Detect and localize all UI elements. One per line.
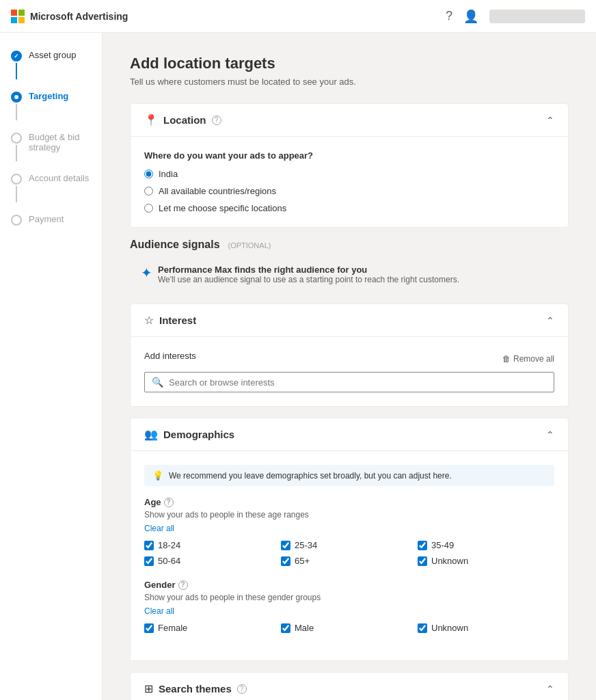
step-line-budget-bid: [16, 145, 17, 161]
svg-rect-3: [18, 17, 25, 23]
gender-checkbox-unknown[interactable]: [418, 623, 427, 633]
location-question: Where do you want your ads to appear?: [144, 150, 554, 161]
age-label-35-49: 35-49: [431, 540, 454, 550]
location-radio-all-countries[interactable]: [144, 187, 153, 196]
brand-name: Microsoft Advertising: [30, 11, 128, 22]
location-card: 📍 Location ? ⌃ Where do you want your ad…: [130, 103, 569, 228]
age-checkbox-unknown[interactable]: [418, 556, 427, 566]
age-info-icon[interactable]: ?: [164, 498, 174, 507]
location-option-india[interactable]: India: [144, 169, 554, 179]
step-circle-payment: [11, 215, 22, 226]
sidebar-label-asset-group: Asset group: [29, 49, 76, 60]
gender-label-male: Male: [295, 623, 314, 633]
location-option-specific[interactable]: Let me choose specific locations: [144, 203, 554, 213]
age-option-35-49[interactable]: 35-49: [418, 540, 554, 550]
user-account-label: [489, 10, 585, 23]
audience-signals-title: Audience signals: [130, 239, 220, 250]
remove-all-button[interactable]: 🗑 Remove all: [502, 354, 554, 364]
sidebar-label-account-details: Account details: [29, 172, 89, 183]
age-option-unknown[interactable]: Unknown: [418, 556, 554, 566]
location-option-all-countries[interactable]: All available countries/regions: [144, 186, 554, 196]
demographics-info-text: We recommend you leave demographics set …: [169, 471, 452, 481]
step-indicator-account-details: [11, 174, 22, 202]
location-card-body: Where do you want your ads to appear? In…: [131, 137, 568, 227]
age-option-65plus[interactable]: 65+: [281, 556, 418, 566]
svg-rect-2: [11, 17, 17, 23]
gender-checkbox-female[interactable]: [144, 623, 154, 633]
interests-search-input[interactable]: [169, 377, 547, 388]
demographics-card-header: 👥 Demographics ⌃: [131, 418, 568, 451]
interest-card: ☆ Interest ⌃ Add interests 🗑 Remove all …: [130, 304, 569, 407]
demographics-chevron-icon[interactable]: ⌃: [546, 429, 554, 440]
gender-clear-all[interactable]: Clear all: [144, 606, 554, 616]
add-interests-label: Add interests: [144, 351, 196, 361]
sidebar-item-account-details[interactable]: Account details: [0, 167, 102, 208]
gender-checkbox-male[interactable]: [281, 623, 290, 633]
people-icon: 👥: [144, 428, 158, 441]
age-checkbox-65plus[interactable]: [281, 556, 290, 566]
remove-all-label: Remove all: [513, 354, 554, 364]
ai-banner-text: Performance Max finds the right audience…: [158, 265, 459, 284]
user-icon[interactable]: 👤: [463, 9, 478, 24]
interest-card-title: Interest: [159, 314, 196, 326]
age-option-18-24[interactable]: 18-24: [144, 540, 281, 550]
gender-option-unknown[interactable]: Unknown: [418, 623, 554, 633]
age-label-50-64: 50-64: [158, 556, 180, 566]
step-indicator-targeting: [11, 92, 22, 120]
age-clear-all[interactable]: Clear all: [144, 524, 554, 533]
help-icon[interactable]: ?: [446, 9, 452, 23]
age-checkbox-35-49[interactable]: [418, 541, 427, 550]
step-indicator-budget-bid: [11, 133, 22, 161]
step-circle-budget-bid: [11, 133, 22, 144]
microsoft-logo-icon: [11, 10, 25, 23]
gender-checkbox-grid: Female Male Unknown: [144, 623, 554, 633]
step-line-asset-group: [16, 63, 17, 79]
sidebar-item-payment[interactable]: Payment: [0, 208, 102, 231]
interest-chevron-icon[interactable]: ⌃: [546, 315, 554, 326]
interests-search-icon: 🔍: [152, 377, 163, 388]
audience-signals-section: Audience signals (OPTIONAL) ✦ Performanc…: [130, 239, 569, 293]
age-checkbox-18-24[interactable]: [144, 541, 154, 550]
trash-icon: 🗑: [502, 354, 511, 364]
location-chevron-icon[interactable]: ⌃: [546, 115, 554, 126]
age-checkbox-50-64[interactable]: [144, 556, 154, 566]
gender-option-male[interactable]: Male: [281, 623, 418, 633]
location-info-icon[interactable]: ?: [212, 116, 221, 125]
sidebar-item-budget-bid[interactable]: Budget & bid strategy: [0, 126, 102, 167]
sidebar-item-asset-group[interactable]: Asset group: [0, 44, 102, 85]
age-checkbox-25-34[interactable]: [281, 541, 290, 550]
interest-search-row: Add interests 🗑 Remove all: [144, 351, 554, 366]
gender-label-unknown: Unknown: [431, 623, 468, 633]
age-label: Age: [144, 497, 161, 507]
demographics-card-title: Demographics: [163, 429, 234, 440]
search-themes-chevron-icon[interactable]: ⌃: [546, 684, 554, 695]
gender-option-female[interactable]: Female: [144, 623, 281, 633]
age-option-25-34[interactable]: 25-34: [281, 540, 418, 550]
age-label-18-24: 18-24: [158, 540, 180, 550]
gender-label: Gender: [144, 580, 176, 590]
audience-optional-label: (OPTIONAL): [228, 241, 271, 250]
location-radio-specific[interactable]: [144, 204, 153, 213]
search-themes-info-icon[interactable]: ?: [237, 684, 247, 694]
step-line-account-details: [16, 186, 17, 202]
interests-search-input-wrap[interactable]: 🔍: [144, 372, 554, 392]
ai-performance-banner: ✦ Performance Max finds the right audien…: [130, 256, 569, 293]
sidebar: Asset group Targeting Budget & bid strat…: [0, 33, 103, 700]
location-radio-india[interactable]: [144, 170, 153, 178]
location-pin-icon: 📍: [144, 113, 158, 126]
location-radio-group: India All available countries/regions Le…: [144, 169, 554, 213]
gender-info-icon[interactable]: ?: [178, 580, 188, 590]
step-circle-targeting: [11, 92, 22, 103]
location-label-specific: Let me choose specific locations: [159, 203, 286, 213]
sidebar-label-budget-bid: Budget & bid strategy: [29, 131, 91, 152]
sidebar-item-targeting[interactable]: Targeting: [0, 85, 102, 126]
gender-section: Gender ? Show your ads to people in thes…: [144, 580, 554, 633]
age-label-unknown: Unknown: [431, 556, 468, 566]
age-option-50-64[interactable]: 50-64: [144, 556, 281, 566]
star-icon: ☆: [144, 314, 154, 327]
age-sublabel: Show your ads to people in these age ran…: [144, 510, 554, 520]
demographics-info-icon: 💡: [152, 470, 163, 481]
search-themes-header-left: ⊞ Search themes ?: [144, 682, 247, 695]
step-circle-account-details: [11, 174, 22, 185]
gender-label-row: Gender ?: [144, 580, 554, 590]
